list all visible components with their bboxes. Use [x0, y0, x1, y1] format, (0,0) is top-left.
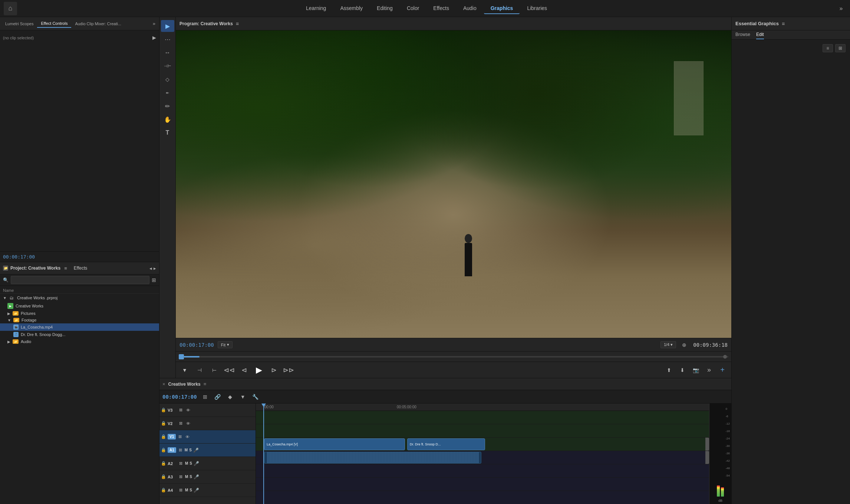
lock-icon-a3[interactable]: 🔒: [161, 474, 166, 479]
nav-item-graphics[interactable]: Graphics: [484, 3, 520, 14]
button-editor[interactable]: »: [704, 365, 714, 375]
safe-margins-icon[interactable]: ⊕: [682, 342, 686, 348]
tool-slip[interactable]: ↞: [161, 87, 174, 99]
lock-icon-a2[interactable]: 🔒: [161, 461, 166, 466]
tool-ripple-edit[interactable]: ↔: [161, 47, 174, 59]
tool-pen[interactable]: ✏: [161, 100, 174, 112]
mark-out-button[interactable]: ⊢: [209, 365, 220, 375]
track-mic-a3[interactable]: 🎤: [194, 474, 199, 480]
list-item[interactable]: ▶ 📁 Pictures: [0, 310, 159, 317]
progress-bar[interactable]: [183, 356, 728, 358]
extract-button[interactable]: ⬇: [677, 365, 688, 375]
track-toggle-v3[interactable]: ⊠: [178, 407, 184, 413]
timeline-menu-icon[interactable]: ≡: [204, 381, 207, 387]
export-frame-button[interactable]: 📷: [691, 365, 701, 375]
timeline-track-v3[interactable]: [256, 411, 709, 424]
tool-select[interactable]: ▶: [161, 20, 174, 32]
nav-item-learning[interactable]: Learning: [299, 3, 333, 14]
new-bin-icon[interactable]: ⊞: [152, 277, 156, 283]
tl-linked-select-button[interactable]: 🔗: [213, 392, 222, 401]
list-item[interactable]: ▼ 🗂 Creative Works .prproj: [0, 294, 159, 302]
essential-graphics-menu[interactable]: ≡: [782, 21, 785, 27]
nav-item-audio[interactable]: Audio: [457, 3, 483, 14]
expand-triangle[interactable]: ▼: [3, 296, 7, 300]
timeline-track-a2[interactable]: [256, 464, 709, 478]
add-marker-button[interactable]: ▼: [179, 365, 190, 375]
tool-razor[interactable]: ◇: [161, 73, 174, 85]
timeline-close-button[interactable]: ×: [162, 381, 165, 387]
tool-hand[interactable]: ✋: [161, 113, 174, 125]
track-target-v1[interactable]: V1: [168, 434, 176, 439]
tl-settings-button[interactable]: ▼: [238, 392, 247, 401]
track-mute-a4[interactable]: M: [185, 488, 188, 492]
go-to-in-button[interactable]: ⊲⊲: [224, 365, 234, 375]
nav-item-assembly[interactable]: Assembly: [333, 3, 369, 14]
nav-item-color[interactable]: Color: [400, 3, 426, 14]
expand-arrow[interactable]: ▶: [152, 35, 156, 40]
tl-add-marker-button[interactable]: ◆: [226, 392, 235, 401]
track-solo-a3[interactable]: S: [190, 475, 192, 479]
track-mic-a1[interactable]: 🎤: [193, 448, 199, 453]
track-target-a1[interactable]: A1: [168, 447, 176, 453]
left-panel-overflow[interactable]: »: [151, 21, 158, 26]
tool-type[interactable]: T: [161, 127, 174, 139]
tab-effects[interactable]: Effects: [74, 266, 87, 271]
nav-item-libraries[interactable]: Libraries: [520, 3, 554, 14]
track-eye-v1[interactable]: 👁: [184, 434, 191, 439]
track-toggle-a2[interactable]: ⊠: [178, 461, 184, 466]
track-mute-a2[interactable]: M: [185, 461, 188, 465]
lock-icon-v3[interactable]: 🔒: [161, 408, 166, 412]
tl-wrench-button[interactable]: 🔧: [251, 392, 260, 401]
quality-selector[interactable]: 1/4 ▾: [660, 341, 676, 348]
list-item[interactable]: 🎵 Dr. Dre ft. Snoop Dogg...: [0, 331, 159, 338]
track-solo-a1[interactable]: S: [189, 448, 192, 452]
lock-icon-v2[interactable]: 🔒: [161, 421, 166, 426]
track-toggle-a3[interactable]: ⊠: [178, 474, 184, 480]
tab-audio-clip-mixer[interactable]: Audio Clip Mixer: Creati...: [71, 20, 125, 27]
expand-triangle[interactable]: ▼: [7, 318, 11, 322]
track-solo-a2[interactable]: S: [190, 461, 192, 465]
home-button[interactable]: ⌂: [4, 2, 17, 15]
timeline-track-v1[interactable]: La_Cosecha.mp4 [V] Dr. Dre ft. Snoop D..…: [256, 438, 709, 451]
tool-roll-edit[interactable]: ⊣⊢: [161, 60, 174, 72]
step-forward-button[interactable]: ⊳: [268, 365, 279, 375]
timeline-track-a4[interactable]: [256, 491, 709, 504]
track-eye-v2[interactable]: 👁: [185, 421, 191, 426]
track-mic-a2[interactable]: 🎤: [194, 461, 199, 466]
project-panel-expand-right[interactable]: ▸: [154, 266, 156, 271]
monitor-menu-icon[interactable]: ≡: [236, 21, 239, 27]
lock-icon-a1[interactable]: 🔒: [161, 448, 166, 452]
tl-snap-button[interactable]: ⊞: [201, 392, 210, 401]
lift-button[interactable]: ⬆: [664, 365, 674, 375]
nav-overflow-button[interactable]: »: [836, 3, 846, 14]
track-toggle-v2[interactable]: ⊠: [178, 421, 184, 426]
play-button[interactable]: ▶: [254, 365, 264, 375]
expand-triangle[interactable]: ▶: [7, 340, 10, 344]
track-eye-v3[interactable]: 👁: [185, 408, 191, 413]
track-toggle-a4[interactable]: ⊠: [178, 487, 184, 493]
list-item[interactable]: ▶ 📁 Audio: [0, 338, 159, 345]
tab-browse[interactable]: Browse: [735, 32, 750, 39]
tool-track-select[interactable]: ⋯: [161, 33, 174, 45]
timeline-playhead[interactable]: [263, 403, 264, 504]
lock-icon-a4[interactable]: 🔒: [161, 488, 166, 493]
project-panel-menu-icon[interactable]: ≡: [64, 266, 67, 271]
eg-list-view-button[interactable]: ≡: [823, 44, 833, 52]
tab-effect-controls[interactable]: Effect Controls: [37, 20, 71, 28]
nav-item-effects[interactable]: Effects: [426, 3, 456, 14]
project-panel-expand-left[interactable]: ◂: [149, 266, 152, 271]
monitor-progress[interactable]: [176, 351, 731, 362]
fit-selector[interactable]: Fit ▾: [218, 341, 233, 348]
clip-la-cosecha-video[interactable]: La_Cosecha.mp4 [V]: [264, 438, 405, 450]
track-mute-a3[interactable]: M: [185, 475, 188, 479]
timeline-track-a1[interactable]: [256, 451, 709, 464]
clip-audio-a1[interactable]: [264, 452, 481, 464]
nav-item-editing[interactable]: Editing: [370, 3, 399, 14]
timeline-track-a3[interactable]: [256, 478, 709, 491]
mark-in-button[interactable]: ⊣: [194, 365, 205, 375]
lock-icon-v1[interactable]: 🔒: [161, 434, 166, 439]
add-button[interactable]: +: [717, 365, 728, 375]
tab-edit[interactable]: Edit: [756, 32, 764, 39]
timeline-track-v2[interactable]: [256, 424, 709, 438]
track-mic-a4[interactable]: 🎤: [194, 488, 199, 493]
